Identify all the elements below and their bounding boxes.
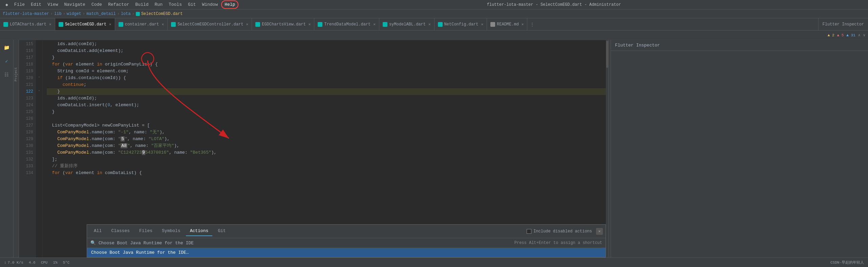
tab-net-config[interactable]: NetConfig.dart ✕ — [435, 18, 487, 30]
side-toolbar: 📁 ✓ ☷ — [0, 40, 14, 258]
result-item-text: Choose Boot Java Runtime for the IDE… — [91, 250, 189, 255]
tab-container[interactable]: container.dart ✕ — [115, 18, 168, 30]
menu-build[interactable]: Build — [133, 1, 151, 8]
menu-help[interactable]: Help — [221, 0, 238, 9]
menu-apple[interactable]: ◆ — [3, 1, 11, 8]
dart-icon — [383, 22, 387, 27]
dart-icon — [119, 22, 123, 27]
menu-tools[interactable]: Tools — [166, 1, 185, 8]
csdn-label: CSDN·早起的年轻人 — [830, 260, 864, 265]
menu-run[interactable]: Run — [152, 1, 165, 8]
search-tab-classes[interactable]: Classes — [107, 226, 134, 236]
tab-close-select-com[interactable]: ✕ — [109, 22, 111, 26]
menu-file[interactable]: File — [12, 1, 27, 8]
tab-close-trend[interactable]: ✕ — [373, 22, 376, 26]
menu-bar: ◆ File Edit View Navigate Code Refactor … — [0, 0, 868, 9]
include-disabled-checkbox[interactable] — [527, 229, 531, 234]
dart-icon — [3, 22, 8, 27]
breadcrumb-widget[interactable]: widget — [67, 12, 81, 16]
dart-icon — [255, 22, 260, 27]
scrollbar-thumb[interactable] — [606, 41, 608, 68]
status-memory: 1% — [53, 261, 57, 265]
tab-close-lota-charts[interactable]: ✕ — [49, 22, 51, 26]
breadcrumb-file[interactable]: SelectComEGD.dart — [136, 12, 183, 16]
tab-sy-model[interactable]: syModelABL.dart ✕ — [379, 18, 435, 30]
breadcrumb: flutter-lota-master › lib › widget › mat… — [0, 9, 868, 18]
gutter-icons: ◦ ◦ — [36, 40, 43, 258]
tab-flutter-inspector[interactable]: Flutter Inspector — [818, 18, 868, 30]
search-popup: All Classes Files Symbols Actions Git In… — [87, 224, 606, 258]
menu-navigate[interactable]: Navigate — [61, 1, 88, 8]
status-bar: ↕ 7.0 K/s 4.6 CPU 1% 5°C CSDN·早起的年轻人 — [0, 258, 868, 267]
tab-trend[interactable]: TrendDataModel.dart ✕ — [314, 18, 379, 30]
warning-badge: ▲ 2 — [828, 33, 834, 37]
menu-edit[interactable]: Edit — [28, 1, 44, 8]
flutter-inspector-header: Flutter Inspector — [611, 40, 868, 51]
search-tab-files[interactable]: Files — [135, 226, 156, 236]
tab-close-container[interactable]: ✕ — [162, 22, 164, 26]
tab-lota-charts[interactable]: LOTACharts.dart ✕ — [0, 18, 55, 30]
tab-close-readme[interactable]: ✕ — [522, 22, 524, 26]
scroll-down-button[interactable]: ∨ — [863, 33, 865, 37]
include-disabled-section: Include disabled actions — [527, 229, 592, 234]
menu-view[interactable]: View — [45, 1, 61, 8]
tab-egd-charts[interactable]: EGDChartsView.dart ✕ — [252, 18, 314, 30]
tab-readme[interactable]: README.md ✕ — [487, 18, 527, 30]
breadcrumb-match-detail[interactable]: match_detail — [86, 12, 115, 16]
vertical-scrollbar[interactable] — [606, 40, 609, 258]
tab-close-net[interactable]: ✕ — [481, 22, 483, 26]
flutter-inspector-content — [611, 51, 868, 59]
search-icon: 🔍 — [90, 240, 96, 246]
search-input[interactable] — [99, 241, 512, 246]
project-icon[interactable]: 📁 — [2, 43, 12, 52]
file-icon — [136, 12, 140, 16]
commit-icon[interactable]: ✓ — [2, 56, 12, 66]
breadcrumb-lib[interactable]: lib — [54, 12, 62, 16]
status-line-col: 4.6 — [29, 261, 36, 265]
include-disabled-label: Include disabled actions — [533, 229, 592, 234]
search-bar: 🔍 Press Alt+Enter to assign a shortcut — [87, 238, 606, 248]
result-item[interactable]: Choose Boot Java Runtime for the IDE… — [87, 248, 606, 257]
tab-close-sy[interactable]: ✕ — [428, 22, 431, 26]
close-popup-button[interactable]: ✕ — [596, 228, 603, 235]
top-status-bar: ▲ 2 ▲ 5 ▲ 31 ∧ ∨ — [0, 31, 868, 40]
tab-controller[interactable]: SelectComEGDController.dart ✕ — [168, 18, 252, 30]
search-tab-all[interactable]: All — [90, 226, 106, 236]
search-hint: Press Alt+Enter to assign a shortcut — [514, 241, 602, 245]
search-tab-actions[interactable]: Actions — [186, 226, 213, 236]
result-list: Choose Boot Java Runtime for the IDE… — [87, 248, 606, 257]
tab-bar: LOTACharts.dart ✕ SelectComEGD.dart ✕ co… — [0, 18, 868, 31]
line-numbers: 115 116 117 118 119 120 121 122 123 124 … — [19, 40, 36, 258]
tab-overflow-button[interactable]: ⋮ — [527, 18, 537, 30]
status-temp: 5°C — [63, 261, 70, 265]
tab-close-controller[interactable]: ✕ — [246, 22, 249, 26]
menu-code[interactable]: Code — [89, 1, 105, 8]
search-tab-symbols[interactable]: Symbols — [158, 226, 185, 236]
menu-git[interactable]: Git — [185, 1, 198, 8]
status-network: ↕ 7.0 K/s — [4, 261, 23, 265]
md-icon — [490, 22, 495, 27]
status-cpu: CPU — [41, 261, 48, 265]
menu-window[interactable]: Window — [199, 1, 220, 8]
search-tab-git[interactable]: Git — [214, 226, 230, 236]
dart-icon — [318, 22, 322, 27]
breadcrumb-project[interactable]: flutter-lota-master — [3, 12, 49, 16]
flutter-inspector-panel: Flutter Inspector — [611, 40, 868, 258]
status-right: CSDN·早起的年轻人 — [830, 260, 864, 265]
dart-icon — [438, 22, 443, 27]
gutter-label: Project — [14, 67, 18, 81]
tab-select-com-egd[interactable]: SelectComEGD.dart ✕ — [55, 18, 115, 30]
dart-icon — [171, 22, 176, 27]
info-badge: ▲ 31 — [846, 33, 855, 37]
menu-refactor[interactable]: Refactor — [105, 1, 132, 8]
search-tab-bar: All Classes Files Symbols Actions Git In… — [87, 225, 606, 238]
network-icon: ↕ — [4, 261, 6, 265]
error-badge: ▲ 5 — [837, 33, 844, 37]
breadcrumb-lota[interactable]: lota — [121, 12, 131, 16]
tab-close-egd[interactable]: ✕ — [309, 22, 311, 26]
window-title: flutter-lota-master - SelectComEGD.dart … — [242, 2, 865, 7]
scroll-up-button[interactable]: ∧ — [858, 33, 861, 37]
structure-icon[interactable]: ☷ — [2, 70, 12, 79]
dart-icon — [59, 22, 63, 27]
